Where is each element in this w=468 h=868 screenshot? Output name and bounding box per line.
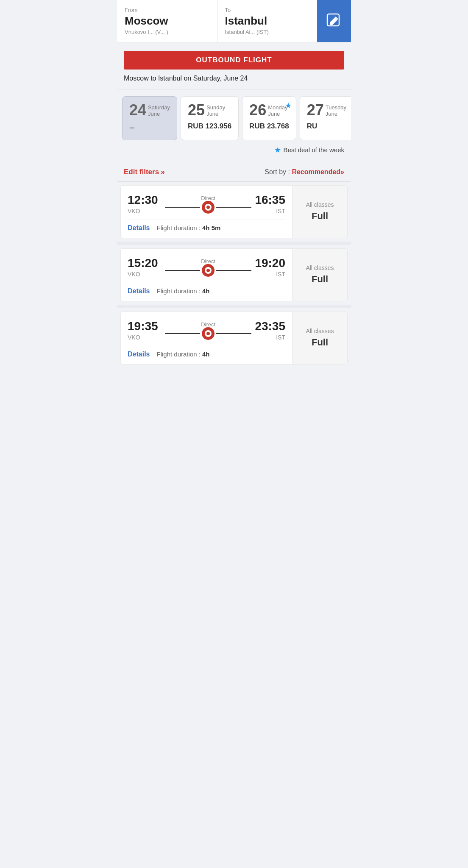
to-airport: Istanbul Ai... (IST) bbox=[225, 29, 310, 35]
airline-logo-svg-2 bbox=[202, 328, 214, 339]
details-link-1[interactable]: Details bbox=[128, 287, 150, 295]
flight-details-row-2: Details Flight duration : 4h bbox=[128, 346, 285, 358]
depart-time-0: 12:30 bbox=[128, 193, 162, 207]
line-bar-left-0 bbox=[165, 207, 200, 208]
date-price: RUB 123.956 bbox=[188, 122, 231, 131]
from-section: From Moscow Vnukovo I... (V... ) bbox=[117, 0, 217, 42]
line-bar-right-2 bbox=[216, 333, 251, 334]
depart-airport-0: VKO bbox=[128, 208, 162, 214]
airline-logo-svg-1 bbox=[202, 264, 214, 276]
line-bar-left-2 bbox=[165, 333, 200, 334]
arrive-section-2: 23:35 IST bbox=[255, 320, 285, 341]
fare-label-2: All classes bbox=[306, 328, 334, 334]
from-airport: Vnukovo I... (V... ) bbox=[125, 29, 209, 35]
best-deal-star-icon: ★ bbox=[274, 145, 281, 155]
fare-status-0: Full bbox=[312, 211, 328, 222]
from-label: From bbox=[125, 7, 209, 13]
edit-filters-arrows: » bbox=[161, 168, 164, 176]
outbound-subtitle: Moscow to Istanbul on Saturday, June 24 bbox=[117, 70, 351, 82]
svg-point-9 bbox=[206, 332, 210, 335]
flights-container: 12:30 VKO Direct bbox=[117, 185, 351, 364]
best-deal-badge: ★ bbox=[285, 101, 292, 110]
divider-1 bbox=[117, 89, 351, 89]
fare-panel-2: All classes Full bbox=[292, 312, 347, 364]
date-top-row: 26 Monday June bbox=[249, 103, 289, 118]
to-label: To bbox=[225, 7, 310, 13]
flight-line-2 bbox=[165, 328, 251, 339]
to-city: Istanbul bbox=[225, 15, 310, 27]
fare-status-1: Full bbox=[312, 274, 328, 285]
airline-logo-0 bbox=[202, 201, 214, 214]
airline-logo-1 bbox=[202, 264, 214, 277]
date-number: 25 bbox=[188, 103, 205, 118]
flight-divider-0 bbox=[117, 242, 351, 245]
fare-panel-0: All classes Full bbox=[292, 186, 347, 238]
line-bar-right-1 bbox=[216, 270, 251, 271]
divider-3 bbox=[117, 181, 351, 182]
flight-details-row-0: Details Flight duration : 4h 5m bbox=[128, 220, 285, 232]
outbound-banner-text: OUTBOUND FLIGHT bbox=[124, 56, 344, 64]
flight-card-1: 15:20 VKO Direct bbox=[120, 248, 348, 301]
sort-by-label: Sort by : bbox=[265, 168, 292, 175]
date-selector: 24 Saturday June – 25 Sunday June RUB 12… bbox=[117, 96, 351, 144]
flight-main-1: 15:20 VKO Direct bbox=[121, 249, 292, 301]
arrive-airport-0: IST bbox=[255, 208, 285, 214]
date-top-row: 27 Tuesday June bbox=[307, 103, 346, 118]
flight-times-row-2: 19:35 VKO Direct bbox=[128, 320, 285, 341]
edit-search-button[interactable] bbox=[317, 0, 351, 42]
depart-section-0: 12:30 VKO bbox=[128, 193, 162, 214]
route-section: From Moscow Vnukovo I... (V... ) To Ista… bbox=[117, 0, 317, 42]
line-bar-right-0 bbox=[216, 207, 251, 208]
flight-line-0 bbox=[165, 202, 251, 212]
flight-type-1: Direct bbox=[201, 258, 215, 264]
outbound-banner: OUTBOUND FLIGHT bbox=[124, 51, 344, 70]
arrive-airport-1: IST bbox=[255, 271, 285, 278]
flight-main-2: 19:35 VKO Direct bbox=[121, 312, 292, 364]
date-price: RUB 23.768 bbox=[249, 122, 289, 131]
fare-status-2: Full bbox=[312, 337, 328, 348]
depart-section-1: 15:20 VKO bbox=[128, 256, 162, 278]
date-top-row: 24 Saturday June bbox=[129, 103, 170, 118]
flight-times-row-1: 15:20 VKO Direct bbox=[128, 256, 285, 278]
flight-line-section-2: Direct bbox=[162, 321, 255, 339]
airline-logo-svg-0 bbox=[202, 201, 214, 213]
edit-filters-button[interactable]: Edit filters » bbox=[124, 168, 165, 176]
depart-time-2: 19:35 bbox=[128, 320, 162, 333]
best-deal-row: ★ Best deal of the week bbox=[117, 144, 351, 155]
flight-details-row-1: Details Flight duration : 4h bbox=[128, 283, 285, 295]
details-link-2[interactable]: Details bbox=[128, 351, 150, 358]
arrive-time-2: 23:35 bbox=[255, 320, 285, 333]
airline-logo-2 bbox=[202, 327, 214, 340]
arrive-time-1: 19:20 bbox=[255, 256, 285, 270]
line-bar-left-1 bbox=[165, 270, 200, 271]
date-number: 24 bbox=[129, 103, 146, 118]
date-card-26[interactable]: ★ 26 Monday June RUB 23.768 bbox=[242, 96, 296, 140]
fare-label-0: All classes bbox=[306, 201, 334, 208]
flight-duration-2: Flight duration : 4h bbox=[156, 351, 209, 358]
sort-by-value: Recommended bbox=[292, 168, 340, 175]
flight-card-2: 19:35 VKO Direct bbox=[120, 312, 348, 364]
svg-point-6 bbox=[206, 269, 210, 272]
arrive-section-1: 19:20 IST bbox=[255, 256, 285, 278]
flight-type-2: Direct bbox=[201, 321, 215, 328]
depart-airport-1: VKO bbox=[128, 271, 162, 278]
from-city: Moscow bbox=[125, 15, 209, 27]
sort-arrows: » bbox=[340, 168, 344, 175]
flight-duration-0: Flight duration : 4h 5m bbox=[156, 224, 220, 231]
flight-line-1 bbox=[165, 265, 251, 275]
date-number: 27 bbox=[307, 103, 324, 118]
svg-point-3 bbox=[206, 206, 210, 209]
date-card-24[interactable]: 24 Saturday June – bbox=[122, 96, 177, 140]
flight-line-section-0: Direct bbox=[162, 195, 255, 212]
date-price: RU bbox=[307, 122, 346, 131]
date-top-row: 25 Sunday June bbox=[188, 103, 231, 118]
sort-by-section: Sort by : Recommended» bbox=[265, 168, 344, 176]
details-link-0[interactable]: Details bbox=[128, 224, 150, 232]
flight-divider-1 bbox=[117, 305, 351, 308]
date-day-month: Tuesday June bbox=[326, 104, 346, 117]
fare-panel-1: All classes Full bbox=[292, 249, 347, 301]
arrive-time-0: 16:35 bbox=[255, 193, 285, 207]
date-day-month: Sunday June bbox=[206, 104, 225, 117]
date-card-25[interactable]: 25 Sunday June RUB 123.956 bbox=[181, 96, 239, 140]
date-card-27[interactable]: 27 Tuesday June RU bbox=[300, 96, 351, 140]
